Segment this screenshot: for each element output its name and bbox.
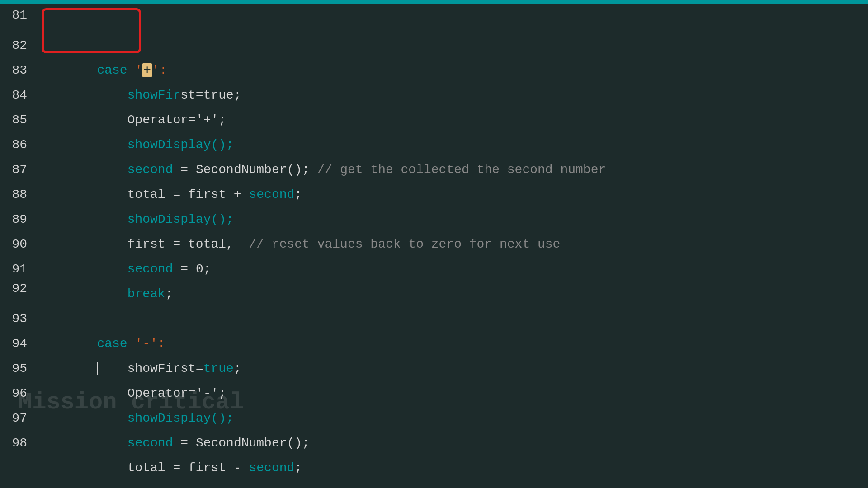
code-line-94: 94 showFirst=true; — [0, 331, 868, 356]
line-number: 94 — [0, 337, 36, 351]
line-number: 88 — [0, 188, 36, 202]
code-line-95: 95 Operator='-'; — [0, 356, 868, 381]
code-line-85: 85 showDisplay(); — [0, 108, 868, 132]
editor-container: 81 82 case '+': 83 showFirst=true; 84 Op… — [0, 0, 868, 488]
code-line-96: 96 showDisplay(); — [0, 381, 868, 406]
line-number: 86 — [0, 138, 36, 152]
line-number: 84 — [0, 88, 36, 102]
line-number: 87 — [0, 163, 36, 177]
line-number: 91 — [0, 262, 36, 276]
code-line-84: 84 Operator='+'; — [0, 83, 868, 108]
code-line-98: 98 total = first - second; — [0, 431, 868, 455]
line-number: 89 — [0, 212, 36, 226]
code-line-89: 89 first = total, // reset values back t… — [0, 207, 868, 232]
line-number: 83 — [0, 63, 36, 77]
line-number: 96 — [0, 386, 36, 400]
line-number: 92 — [0, 282, 36, 296]
code-line-92: 92 — [0, 282, 868, 306]
code-line-83: 83 showFirst=true; — [0, 58, 868, 83]
line-number: 82 — [0, 38, 36, 52]
code-line-86: 86 second = SecondNumber(); // get the c… — [0, 132, 868, 157]
line-number: 93 — [0, 312, 36, 326]
line-number: 98 — [0, 436, 36, 450]
code-area: 81 82 case '+': 83 showFirst=true; 84 Op… — [0, 4, 868, 488]
line-number: 81 — [0, 8, 36, 22]
code-line-82: 82 case '+': — [0, 33, 868, 58]
code-line-93: 93 case '-': — [0, 306, 868, 331]
code-line-88: 88 showDisplay(); — [0, 182, 868, 207]
line-number: 95 — [0, 361, 36, 375]
line-number: 85 — [0, 113, 36, 127]
line-number: 97 — [0, 411, 36, 425]
code-line-91: 91 break; — [0, 257, 868, 282]
line-number: 90 — [0, 237, 36, 251]
code-line-90: 90 second = 0; — [0, 232, 868, 257]
code-line-97: 97 second = SecondNumber(); — [0, 406, 868, 431]
line-content: total = first - second; — [36, 431, 302, 488]
top-bar — [0, 0, 868, 4]
code-line-87: 87 total = first + second; — [0, 157, 868, 182]
code-line-81: 81 — [0, 8, 868, 33]
